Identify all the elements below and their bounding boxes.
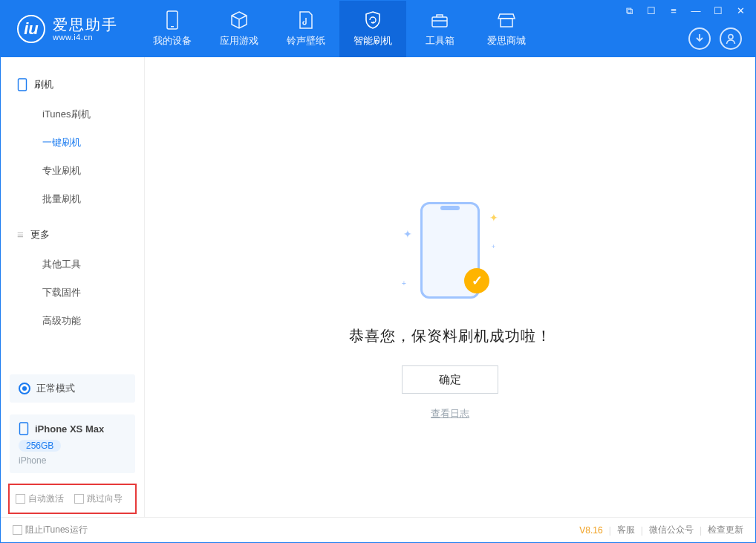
device-phone-icon: [19, 422, 29, 435]
ok-button[interactable]: 确定: [402, 365, 498, 394]
svg-rect-6: [20, 423, 28, 435]
main-content: ✦ ✦ + + ✓ 恭喜您，保资料刷机成功啦！ 确定 查看日志: [145, 57, 755, 517]
sidebar-item-batch-flash[interactable]: 批量刷机: [1, 185, 144, 213]
store-icon: [497, 10, 516, 30]
app-name: 爱思助手: [53, 16, 118, 33]
checkbox-block-itunes[interactable]: 阻止iTunes运行: [13, 524, 88, 536]
tab-smart-flash[interactable]: 智能刷机: [339, 1, 406, 57]
check-update-link[interactable]: 检查更新: [708, 524, 743, 536]
feedback-icon[interactable]: ☐: [644, 5, 659, 17]
svg-point-4: [729, 35, 733, 39]
svg-rect-5: [19, 79, 27, 91]
svg-rect-3: [501, 19, 512, 27]
mode-icon: [19, 383, 30, 394]
download-icon[interactable]: [688, 27, 711, 50]
tab-my-device[interactable]: 我的设备: [139, 1, 206, 57]
svg-rect-2: [432, 17, 447, 27]
menu-icon[interactable]: ≡: [666, 5, 681, 17]
nav-tabs: 我的设备 应用游戏 铃声壁纸 智能刷机: [139, 1, 540, 57]
support-link[interactable]: 客服: [617, 524, 635, 536]
tab-ringtones[interactable]: 铃声壁纸: [273, 1, 339, 57]
highlighted-options-row: 自动激活 跳过向导: [8, 484, 137, 514]
device-mode-label: 正常模式: [36, 382, 75, 395]
device-name: iPhone XS Max: [35, 423, 104, 435]
check-icon: ✓: [464, 268, 489, 293]
sidebar-item-onekey-flash[interactable]: 一键刷机: [1, 129, 144, 157]
app-logo: iu 爱思助手 www.i4.cn: [1, 1, 131, 57]
logo-icon: iu: [17, 15, 45, 43]
app-url: www.i4.cn: [53, 33, 118, 42]
sidebar: 刷机 iTunes刷机 一键刷机 专业刷机 批量刷机 ≡ 更多 其他工具 下载固…: [1, 57, 145, 517]
sidebar-item-advanced[interactable]: 高级功能: [1, 307, 144, 335]
sidebar-section-flash: 刷机: [1, 72, 144, 97]
view-log-link[interactable]: 查看日志: [431, 407, 469, 420]
tab-store[interactable]: 爱思商城: [473, 1, 540, 57]
user-icon[interactable]: [720, 27, 742, 50]
statusbar: 阻止iTunes运行 V8.16 | 客服 | 微信公众号 | 检查更新: [1, 517, 755, 542]
minimize-button[interactable]: —: [688, 5, 703, 17]
tab-apps-games[interactable]: 应用游戏: [206, 1, 273, 57]
music-file-icon: [296, 10, 316, 30]
checkbox-auto-activate[interactable]: 自动激活: [16, 492, 64, 505]
tab-toolbox[interactable]: 工具箱: [406, 1, 473, 57]
success-message: 恭喜您，保资料刷机成功啦！: [349, 326, 552, 346]
sidebar-item-pro-flash[interactable]: 专业刷机: [1, 157, 144, 185]
sidebar-item-download-fw[interactable]: 下载固件: [1, 279, 144, 307]
svg-rect-1: [171, 26, 174, 27]
device-capacity-badge: 256GB: [19, 440, 61, 452]
cube-icon: [229, 10, 249, 30]
shield-refresh-icon: [363, 10, 382, 30]
device-type: iPhone: [19, 455, 46, 466]
shirt-icon[interactable]: ⧉: [622, 5, 636, 17]
success-illustration: ✦ ✦ + + ✓: [402, 198, 498, 310]
app-window: iu 爱思助手 www.i4.cn 我的设备 应用游戏: [0, 0, 756, 543]
window-controls: ⧉ ☐ ≡ — ☐ ✕: [622, 5, 748, 17]
phone-small-icon: [17, 78, 27, 91]
close-button[interactable]: ✕: [733, 5, 748, 17]
sidebar-section-more: ≡ 更多: [1, 222, 144, 247]
phone-icon: [163, 10, 182, 30]
list-icon: ≡: [17, 230, 24, 240]
sidebar-item-other-tools[interactable]: 其他工具: [1, 250, 144, 279]
toolbox-icon: [430, 10, 449, 30]
device-mode-card[interactable]: 正常模式: [10, 374, 135, 403]
wechat-link[interactable]: 微信公众号: [649, 524, 694, 536]
version-label: V8.16: [579, 525, 602, 536]
checkbox-skip-wizard[interactable]: 跳过向导: [74, 492, 123, 505]
sidebar-item-itunes-flash[interactable]: iTunes刷机: [1, 100, 144, 129]
titlebar: iu 爱思助手 www.i4.cn 我的设备 应用游戏: [1, 1, 755, 57]
device-info-card[interactable]: iPhone XS Max 256GB iPhone: [10, 414, 135, 473]
maximize-button[interactable]: ☐: [711, 5, 726, 17]
